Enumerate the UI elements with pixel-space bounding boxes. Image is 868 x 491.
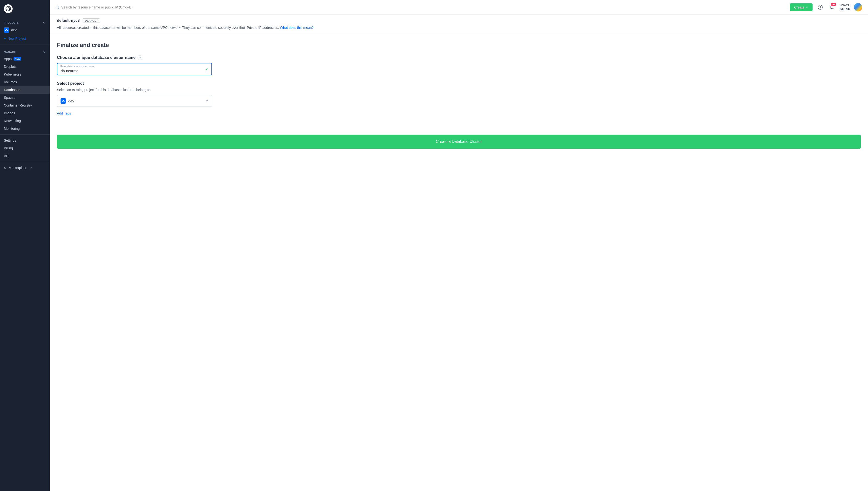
apps-new-badge: NEW (13, 57, 22, 60)
create-button-label: Create (794, 5, 804, 9)
sidebar-item-spaces[interactable]: Spaces (0, 94, 50, 102)
usage-display: USAGE $18.96 (840, 4, 850, 11)
logo[interactable] (0, 0, 50, 18)
sidebar-item-images[interactable]: Images (0, 109, 50, 117)
sidebar-item-networking[interactable]: Networking (0, 117, 50, 125)
project-dev-icon (4, 27, 9, 33)
datacenter-bar: default-nyc3 DEFAULT All resources creat… (50, 15, 868, 34)
sidebar-item-billing[interactable]: Billing (0, 144, 50, 152)
datacenter-header: default-nyc3 DEFAULT (57, 19, 861, 23)
notifications-button[interactable]: +99 (828, 3, 836, 11)
cluster-name-field-label: Choose a unique database cluster name ? (57, 55, 212, 60)
sidebar-item-settings[interactable]: Settings (0, 137, 50, 144)
sidebar-item-droplets[interactable]: Droplets (0, 63, 50, 70)
cluster-name-help-icon[interactable]: ? (138, 55, 142, 60)
create-chevron-icon (806, 6, 808, 8)
default-badge: DEFAULT (83, 19, 100, 23)
svg-point-1 (8, 10, 9, 11)
new-project-button[interactable]: + New Project (0, 34, 50, 42)
select-project-desc: Select an existing project for this data… (57, 88, 212, 92)
datacenter-name: default-nyc3 (57, 19, 80, 23)
sidebar-item-billing-label: Billing (4, 146, 13, 150)
search-container (55, 5, 787, 9)
marketplace-external-icon: ↗ (30, 166, 32, 170)
page-content: default-nyc3 DEFAULT All resources creat… (50, 15, 868, 491)
cluster-name-check-icon: ✓ (205, 66, 208, 72)
sidebar-item-monitoring-label: Monitoring (4, 126, 20, 131)
sidebar-item-kubernetes[interactable]: Kubernetes (0, 70, 50, 78)
topbar: Create ? +99 USAGE $18. (50, 0, 868, 15)
datacenter-link[interactable]: What does this mean? (280, 26, 314, 30)
cluster-name-input-wrapper: Enter database cluster name ✓ (57, 63, 212, 75)
sidebar-item-marketplace-label: Marketplace (9, 166, 27, 170)
new-project-plus-icon: + (4, 36, 6, 41)
project-select[interactable]: dev (57, 95, 212, 107)
sidebar-item-api[interactable]: API (0, 152, 50, 160)
sidebar-item-monitoring[interactable]: Monitoring (0, 125, 50, 133)
sidebar-item-networking-label: Networking (4, 119, 21, 123)
sidebar-divider-1 (0, 45, 50, 45)
sidebar-item-container-registry-label: Container Registry (4, 104, 32, 107)
sidebar-item-images-label: Images (4, 111, 15, 115)
sidebar-item-marketplace[interactable]: ⚙ Marketplace ↗ (0, 164, 50, 172)
project-select-dev-icon (61, 98, 66, 104)
svg-point-2 (6, 9, 7, 10)
create-cluster-section: Create a Database Cluster (50, 130, 868, 156)
section-title: Finalize and create (57, 41, 212, 49)
main-area: Create ? +99 USAGE $18. (50, 0, 868, 491)
projects-section-label: PROJECTS (0, 18, 50, 26)
sidebar-item-apps[interactable]: Apps NEW (0, 55, 50, 63)
cluster-name-input[interactable] (57, 63, 212, 75)
select-project-label: Select project (57, 81, 212, 86)
new-project-label: New Project (7, 36, 26, 40)
sidebar-item-container-registry[interactable]: Container Registry (0, 102, 50, 109)
usage-label: USAGE (840, 4, 850, 7)
sidebar-item-volumes-label: Volumes (4, 80, 17, 84)
create-button[interactable]: Create (790, 3, 813, 11)
form-section: Finalize and create Choose a unique data… (50, 34, 219, 130)
sidebar-item-droplets-label: Droplets (4, 65, 17, 68)
topbar-right: Create ? +99 USAGE $18. (790, 3, 862, 11)
usage-value: $18.96 (840, 7, 850, 11)
search-icon (55, 5, 59, 9)
manage-section-label: MANAGE (0, 47, 50, 55)
datacenter-description: All resources created in this datacenter… (57, 25, 861, 30)
sidebar-item-databases[interactable]: Databases (0, 86, 50, 94)
manage-collapse-icon[interactable] (43, 51, 46, 54)
search-input[interactable] (61, 5, 787, 9)
sidebar-item-spaces-label: Spaces (4, 96, 15, 99)
user-avatar[interactable] (854, 3, 862, 11)
sidebar-item-volumes[interactable]: Volumes (0, 78, 50, 86)
project-dev-label: dev (11, 28, 17, 32)
sidebar-item-databases-label: Databases (4, 88, 20, 92)
projects-collapse-icon[interactable] (43, 21, 46, 24)
notification-badge: +99 (831, 3, 836, 6)
sidebar: PROJECTS dev + New Project MANAGE Apps N… (0, 0, 50, 491)
project-select-wrapper: dev (57, 95, 212, 107)
sidebar-item-settings-label: Settings (4, 139, 16, 142)
add-tags-link[interactable]: Add Tags (57, 111, 71, 115)
project-select-value: dev (68, 99, 74, 103)
project-dev[interactable]: dev (0, 26, 50, 34)
sidebar-divider-2 (0, 134, 50, 135)
sidebar-item-kubernetes-label: Kubernetes (4, 73, 21, 76)
logo-icon (4, 4, 12, 13)
svg-text:?: ? (819, 6, 821, 9)
sidebar-item-api-label: API (4, 154, 9, 158)
marketplace-icon: ⚙ (4, 166, 7, 170)
help-button[interactable]: ? (816, 3, 824, 11)
sidebar-item-apps-label: Apps (4, 57, 11, 61)
create-cluster-button[interactable]: Create a Database Cluster (57, 135, 861, 149)
